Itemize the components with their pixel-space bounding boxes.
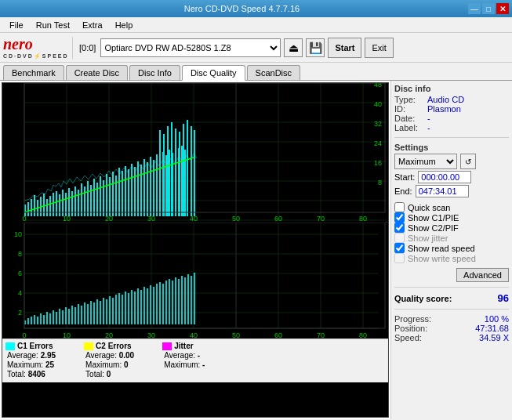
save-icon[interactable]: 💾: [306, 38, 325, 57]
tab-scandisc[interactable]: ScanDisc: [247, 65, 300, 80]
svg-rect-171: [156, 284, 158, 324]
end-time-input[interactable]: [416, 185, 469, 197]
svg-rect-150: [90, 301, 92, 324]
tab-create-disc[interactable]: Create Disc: [66, 65, 128, 80]
svg-rect-55: [87, 181, 89, 216]
toolbar: nero CD·DVD⚡SPEED [0:0] Optiarc DVD RW A…: [0, 33, 512, 63]
disc-type-value: Audio CD: [427, 95, 464, 104]
settings-refresh-icon[interactable]: ↺: [460, 154, 476, 169]
svg-rect-165: [137, 288, 139, 324]
svg-text:8: 8: [378, 179, 382, 186]
show-write-speed-checkbox[interactable]: [394, 253, 405, 263]
legend-area: C1 Errors Average: 2.95 Maximum: 25 Tota…: [2, 339, 388, 382]
advanced-button[interactable]: Advanced: [456, 268, 509, 282]
menu-file[interactable]: File: [3, 19, 30, 31]
settings-section: Settings Maximum ↺ Start: End:: [394, 143, 509, 199]
show-read-speed-checkbox[interactable]: [394, 243, 405, 253]
svg-text:48: 48: [374, 83, 382, 89]
svg-rect-166: [140, 290, 142, 324]
svg-text:10: 10: [14, 230, 22, 238]
tab-disc-quality[interactable]: Disc Quality: [182, 65, 245, 81]
svg-rect-135: [43, 315, 45, 324]
show-jitter-label: Show jitter: [408, 234, 448, 243]
show-read-speed-row: Show read speed: [394, 243, 509, 253]
svg-rect-41: [43, 194, 45, 216]
svg-rect-151: [93, 302, 95, 324]
speed-value: 34.59 X: [479, 333, 509, 342]
c2-average: Average: 0.00: [84, 351, 134, 360]
progress-row: Progress: 100 %: [394, 314, 509, 324]
drive-selector[interactable]: Optiarc DVD RW AD-5280S 1.Z8: [100, 38, 281, 57]
svg-rect-43: [49, 196, 51, 216]
menu-help[interactable]: Help: [109, 19, 140, 31]
svg-rect-36: [27, 202, 29, 216]
svg-text:40: 40: [190, 331, 198, 339]
show-c1pie-checkbox[interactable]: [394, 212, 405, 223]
disc-date-row: Date: -: [394, 114, 509, 123]
jitter-color-box: [162, 342, 172, 350]
svg-rect-141: [62, 310, 64, 324]
position-row: Position: 47:31.68: [394, 324, 509, 333]
disc-date-label: Date:: [394, 114, 424, 123]
start-label: Start:: [394, 172, 415, 182]
menu-run-test[interactable]: Run Test: [30, 19, 76, 31]
disc-date-value: -: [427, 114, 430, 123]
svg-rect-133: [37, 317, 38, 324]
svg-rect-143: [68, 309, 70, 324]
svg-rect-149: [87, 304, 89, 324]
svg-rect-138: [53, 310, 54, 324]
disc-info-section: Disc info Type: Audio CD ID: Plasmon Dat…: [394, 84, 509, 132]
svg-rect-139: [56, 312, 57, 324]
start-button[interactable]: Start: [328, 38, 361, 58]
maximize-button[interactable]: □: [482, 3, 495, 14]
close-button[interactable]: ✕: [496, 3, 509, 14]
end-row: End:: [394, 185, 509, 197]
disc-id-label: ID:: [394, 104, 424, 114]
svg-rect-170: [153, 287, 154, 324]
svg-rect-145: [74, 307, 76, 324]
start-time-input[interactable]: [418, 171, 471, 183]
show-jitter-row: Show jitter: [394, 233, 509, 243]
jitter-title: Jitter: [174, 342, 193, 350]
menu-extra[interactable]: Extra: [76, 19, 109, 31]
quickscan-checkbox[interactable]: [394, 202, 405, 212]
progress-value: 100 %: [485, 314, 509, 324]
svg-rect-131: [31, 317, 32, 324]
svg-rect-147: [81, 306, 82, 324]
quality-score-label: Quality score:: [394, 294, 452, 303]
c1-legend: C1 Errors Average: 2.95 Maximum: 25 Tota…: [5, 342, 56, 380]
svg-rect-59: [100, 176, 101, 216]
svg-rect-60: [103, 180, 104, 216]
tab-benchmark[interactable]: Benchmark: [3, 65, 64, 80]
progress-section: Progress: 100 % Position: 47:31.68 Speed…: [394, 314, 509, 342]
disc-id-value: Plasmon: [427, 104, 461, 114]
minimize-button[interactable]: —: [468, 3, 481, 14]
speed-selector[interactable]: Maximum: [394, 154, 457, 169]
show-c1pie-row: Show C1/PIE: [394, 212, 509, 223]
svg-rect-180: [184, 277, 186, 324]
svg-rect-167: [143, 287, 145, 324]
eject-icon[interactable]: ⏏: [284, 38, 303, 57]
drive-label: [0:0]: [79, 43, 96, 52]
show-jitter-checkbox[interactable]: [394, 233, 405, 243]
tab-disc-info[interactable]: Disc Info: [129, 65, 180, 80]
progress-label: Progress:: [394, 314, 431, 324]
c1-total: Total: 8406: [5, 370, 56, 378]
svg-rect-178: [178, 279, 180, 324]
exit-button[interactable]: Exit: [365, 38, 393, 58]
svg-rect-57: [93, 179, 95, 216]
svg-rect-160: [122, 295, 123, 324]
svg-rect-158: [115, 295, 117, 324]
svg-rect-155: [106, 299, 107, 324]
svg-rect-62: [109, 177, 111, 216]
show-c2pif-checkbox[interactable]: [394, 223, 405, 233]
svg-rect-89: [167, 126, 169, 216]
right-panel: Disc info Type: Audio CD ID: Plasmon Dat…: [390, 81, 512, 419]
svg-rect-152: [96, 299, 98, 324]
svg-text:16: 16: [374, 159, 382, 167]
svg-text:20: 20: [105, 331, 113, 339]
divider-3: [394, 309, 509, 310]
svg-text:0: 0: [22, 331, 26, 339]
svg-rect-140: [59, 309, 60, 324]
svg-rect-183: [194, 273, 195, 324]
